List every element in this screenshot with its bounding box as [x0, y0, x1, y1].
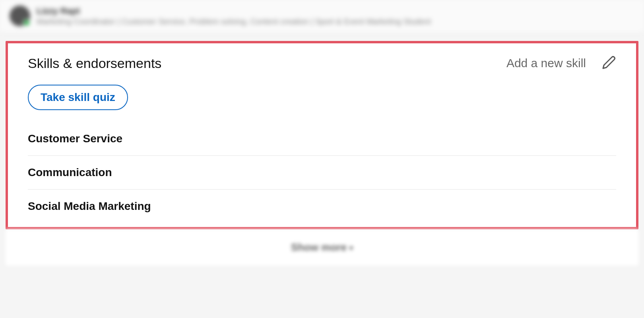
skill-name: Customer Service — [28, 132, 122, 145]
edit-pencil-icon[interactable] — [602, 55, 616, 71]
avatar — [10, 6, 30, 26]
profile-name: Lizzy Rapt — [37, 6, 431, 16]
skill-item[interactable]: Social Media Marketing — [28, 190, 616, 215]
take-skill-quiz-button[interactable]: Take skill quiz — [28, 85, 128, 110]
section-title: Skills & endorsements — [28, 56, 161, 71]
profile-header-blurred: Lizzy Rapt Marketing Coordinator | Custo… — [0, 0, 644, 32]
skill-item[interactable]: Communication — [28, 156, 616, 190]
skills-section-card: Skills & endorsements Add a new skill Ta… — [6, 41, 638, 229]
show-more-label: Show more — [291, 241, 347, 253]
chevron-down-icon: ▾ — [349, 244, 353, 252]
skill-name: Communication — [28, 166, 112, 178]
skills-list: Customer Service Communication Social Me… — [28, 122, 616, 215]
skill-item[interactable]: Customer Service — [28, 122, 616, 156]
profile-subtitle: Marketing Coordinator | Customer Service… — [37, 17, 431, 26]
show-more-blurred[interactable]: Show more ▾ — [6, 229, 638, 266]
add-new-skill-link[interactable]: Add a new skill — [506, 56, 586, 70]
skill-name: Social Media Marketing — [28, 200, 151, 212]
